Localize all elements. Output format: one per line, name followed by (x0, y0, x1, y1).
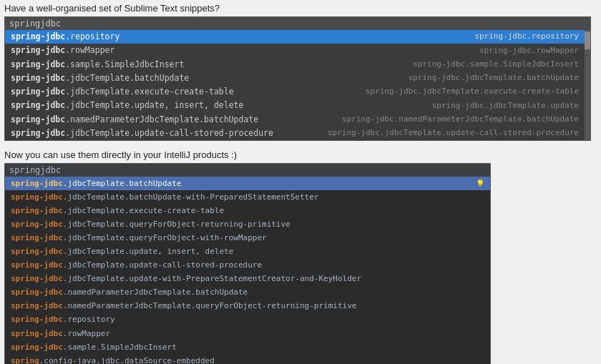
sublime-list-item[interactable]: spring-jdbc.jdbcTemplate.batchUpdatespri… (5, 72, 585, 85)
intellij-main: spring-jdbc.jdbcTemplate.batchUpdate💡spr… (5, 177, 490, 364)
top-heading: Have a well-organised set of Sublime Tex… (4, 3, 597, 14)
sublime-list-item[interactable]: spring-jdbc.jdbcTemplate.update, insert,… (5, 99, 585, 112)
intellij-list: spring-jdbc.jdbcTemplate.batchUpdate💡spr… (5, 177, 490, 364)
intellij-list-item[interactable]: spring-jdbc.rowMapper (5, 327, 490, 340)
intellij-list-item[interactable]: spring-jdbc.namedParameterJdbcTemplate.q… (5, 299, 490, 313)
intellij-list-item[interactable]: spring-jdbc.jdbcTemplate.execute-create-… (5, 204, 490, 217)
intellij-list-item[interactable]: spring.config-java.jdbc.dataSource-embed… (5, 354, 490, 364)
sublime-list-item[interactable]: spring-jdbc.jdbcTemplate.update-call-sto… (5, 127, 585, 140)
intellij-list-item[interactable]: spring-jdbc.jdbcTemplate.queryForObject-… (5, 231, 490, 245)
intellij-panel: springjdbc spring-jdbc.jdbcTemplate.batc… (4, 163, 491, 364)
sublime-list-item[interactable]: spring-jdbc.repositoryspring-jdbc.reposi… (5, 30, 585, 44)
sublime-list-item[interactable]: spring-jdbc.rowMapperspring-jdbc.rowMapp… (5, 44, 585, 57)
page-wrapper: Have a well-organised set of Sublime Tex… (0, 0, 601, 364)
intellij-list-item[interactable]: spring-jdbc.jdbcTemplate.update-with-Pre… (5, 272, 490, 285)
sublime-list-item[interactable]: spring-jdbc.jdbcTemplate.execute-create-… (5, 85, 585, 99)
top-section: Have a well-organised set of Sublime Tex… (0, 0, 601, 145)
intellij-list-item[interactable]: spring-jdbc.jdbcTemplate.batchUpdate-wit… (5, 190, 490, 204)
intellij-list-item[interactable]: spring-jdbc.jdbcTemplate.batchUpdate💡 (5, 177, 490, 190)
intellij-list-item[interactable]: spring-jdbc.jdbcTemplate.update, insert,… (5, 245, 490, 258)
bottom-heading: Now you can use them directly in your In… (4, 149, 597, 160)
bulb-icon: 💡 (476, 178, 484, 190)
bottom-section: Now you can use them directly in your In… (0, 145, 601, 364)
intellij-list-item[interactable]: spring-jdbc.jdbcTemplate.update-call-sto… (5, 258, 490, 272)
sublime-list-item[interactable]: spring-jdbc.namedParameterJdbcTemplate.b… (5, 113, 585, 127)
intellij-list-item[interactable]: spring-jdbc.jdbcTemplate.queryForObject-… (5, 217, 490, 231)
sublime-panel: springjdbc spring-jdbc.repositoryspring-… (4, 16, 591, 141)
sublime-search-term: springjdbc (9, 19, 61, 29)
intellij-search-row: springjdbc (5, 164, 490, 177)
sublime-panel-inner: spring-jdbc.repositoryspring-jdbc.reposi… (5, 30, 590, 140)
sublime-list-item[interactable]: spring-jdbc.sample.SimpleJdbcInsertsprin… (5, 58, 585, 72)
sublime-scrollbar-thumb[interactable] (585, 31, 590, 49)
intellij-list-item[interactable]: spring-jdbc.repository (5, 313, 490, 326)
sublime-list-wrapper: spring-jdbc.repositoryspring-jdbc.reposi… (5, 30, 585, 140)
sublime-list: spring-jdbc.repositoryspring-jdbc.reposi… (5, 30, 585, 140)
intellij-panel-wrapper: spring-jdbc.jdbcTemplate.batchUpdate💡spr… (5, 177, 490, 364)
sublime-search-row: springjdbc (5, 17, 590, 30)
intellij-list-item[interactable]: spring-jdbc.sample.SimpleJdbcInsert (5, 340, 490, 354)
intellij-list-item[interactable]: spring-jdbc.namedParameterJdbcTemplate.b… (5, 285, 490, 299)
intellij-search-term: springjdbc (9, 165, 61, 175)
sublime-scrollbar[interactable] (585, 30, 590, 140)
